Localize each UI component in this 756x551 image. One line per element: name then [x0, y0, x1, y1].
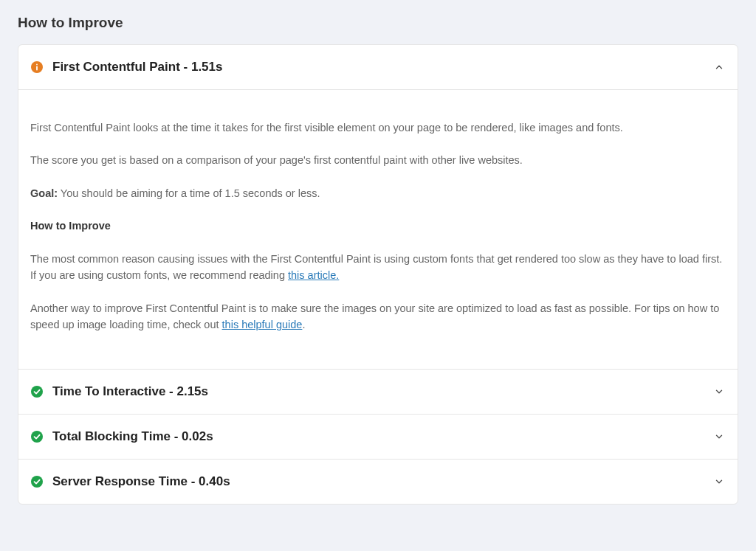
fcp-tip-1: The most common reason causing issues wi… — [30, 251, 726, 284]
accordion-header-tbt[interactable]: Total Blocking Time - 0.02s — [18, 415, 738, 459]
section-title: How to Improve — [18, 15, 738, 31]
goal-label: Goal: — [30, 187, 58, 199]
fcp-goal: Goal: You should be aiming for a time of… — [30, 185, 726, 201]
warning-info-icon — [30, 60, 44, 74]
fcp-tip-2-text-b: . — [302, 319, 305, 330]
fcp-how-to-improve-heading: How to Improve — [30, 218, 726, 234]
accordion-title: First Contentful Paint - 1.51s — [52, 60, 712, 74]
fcp-tip-1-text: The most common reason causing issues wi… — [30, 253, 722, 281]
accordion-title: Server Response Time - 0.40s — [52, 474, 712, 489]
check-circle-icon — [30, 385, 44, 398]
accordion-header-fcp[interactable]: First Contentful Paint - 1.51s — [18, 45, 738, 89]
svg-point-3 — [31, 386, 43, 398]
accordion-header-srt[interactable]: Server Response Time - 0.40s — [18, 460, 738, 504]
fcp-tip-2: Another way to improve First Contentful … — [30, 300, 726, 333]
fcp-tip-2-text-a: Another way to improve First Contentful … — [30, 302, 719, 330]
accordion-title: Time To Interactive - 2.15s — [52, 384, 712, 399]
accordion-container: First Contentful Paint - 1.51s First Con… — [18, 44, 738, 505]
accordion-item-fcp: First Contentful Paint - 1.51s First Con… — [18, 45, 738, 370]
svg-rect-1 — [36, 64, 38, 66]
fcp-tip-1-link[interactable]: this article. — [288, 269, 339, 281]
accordion-item-srt: Server Response Time - 0.40s — [18, 460, 738, 504]
check-circle-icon — [30, 475, 44, 488]
accordion-body-fcp: First Contentful Paint looks at the time… — [18, 89, 738, 369]
accordion-title: Total Blocking Time - 0.02s — [52, 429, 712, 444]
chevron-up-icon — [712, 60, 726, 74]
svg-point-5 — [31, 476, 43, 488]
chevron-down-icon — [712, 430, 726, 443]
fcp-intro-1: First Contentful Paint looks at the time… — [30, 119, 726, 136]
check-circle-icon — [30, 430, 44, 443]
accordion-header-tti[interactable]: Time To Interactive - 2.15s — [18, 370, 738, 414]
accordion-item-tti: Time To Interactive - 2.15s — [18, 370, 738, 415]
fcp-intro-2: The score you get is based on a comparis… — [30, 152, 726, 168]
chevron-down-icon — [712, 385, 726, 398]
svg-point-4 — [31, 431, 43, 443]
svg-rect-2 — [36, 66, 38, 71]
chevron-down-icon — [712, 475, 726, 488]
goal-text: You should be aiming for a time of 1.5 s… — [58, 187, 320, 199]
accordion-item-tbt: Total Blocking Time - 0.02s — [18, 415, 738, 460]
fcp-tip-2-link[interactable]: this helpful guide — [222, 319, 303, 330]
